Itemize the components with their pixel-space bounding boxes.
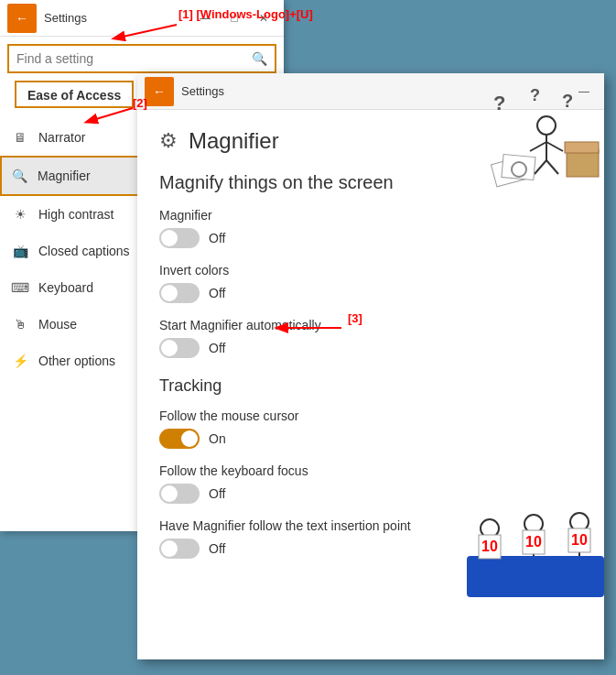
narrator-label: Narrator [38, 130, 85, 145]
front-titlebar-controls: — [571, 79, 597, 104]
mouse-cursor-setting: Follow the mouse cursor On [159, 408, 582, 449]
search-icon: 🔍 [252, 51, 267, 66]
text-insertion-setting: Have Magnifier follow the text insertion… [159, 518, 582, 559]
closed-captions-label: Closed captions [38, 244, 130, 258]
magnifier-label: Magnifier [38, 169, 91, 183]
keyboard-focus-toggle-text: Off [209, 486, 225, 501]
content-area: ⚙ Magnifier Magnify things on the screen… [137, 110, 604, 659]
magnifier-setting: Magnifier Off [159, 208, 582, 248]
magnifier-toggle-row: Off [159, 228, 582, 248]
start-auto-setting: Start Magnifier automatically Off [159, 318, 582, 358]
front-minimize-button[interactable]: — [571, 79, 597, 104]
back-titlebar: ← Settings — □ ✕ [0, 0, 284, 37]
maximize-button[interactable]: □ [222, 5, 247, 31]
front-back-button[interactable]: ← [145, 77, 174, 106]
magnifier-setting-label: Magnifier [159, 208, 582, 223]
keyboard-label: Keyboard [38, 280, 93, 295]
text-insertion-toggle-row: Off [159, 539, 582, 559]
tracking-section-title: Tracking [159, 376, 582, 396]
text-insertion-toggle-text: Off [209, 541, 225, 556]
start-auto-label: Start Magnifier automatically [159, 318, 582, 332]
mouse-cursor-toggle[interactable] [159, 429, 200, 449]
keyboard-focus-toggle[interactable] [159, 484, 200, 504]
back-button[interactable]: ← [7, 4, 37, 33]
text-insertion-toggle[interactable] [159, 539, 200, 559]
mouse-label: Mouse [38, 317, 77, 332]
start-auto-toggle[interactable] [159, 338, 200, 358]
high-contrast-label: High contrast [38, 207, 113, 222]
invert-colors-toggle-row: Off [159, 283, 582, 303]
magnifier-icon: 🔍 [10, 167, 28, 185]
page-title: Magnifier [189, 128, 279, 154]
keyboard-focus-label: Follow the keyboard focus [159, 463, 582, 478]
magnifier-toggle-text: Off [209, 231, 225, 245]
mouse-cursor-toggle-row: On [159, 429, 582, 449]
front-window-title: Settings [181, 84, 571, 98]
start-auto-toggle-row: Off [159, 338, 582, 358]
minimize-button[interactable]: — [192, 5, 218, 31]
front-window: ← Settings — ⚙ Magnifier Magnify things … [137, 73, 604, 659]
closed-captions-icon: 📺 [11, 242, 29, 260]
invert-colors-setting: Invert colors Off [159, 263, 582, 303]
titlebar-controls: — □ ✕ [192, 5, 276, 31]
invert-colors-label: Invert colors [159, 263, 582, 278]
keyboard-focus-setting: Follow the keyboard focus Off [159, 463, 582, 504]
high-contrast-icon: ☀ [11, 205, 29, 223]
other-options-label: Other options [38, 354, 115, 368]
keyboard-focus-toggle-row: Off [159, 484, 582, 504]
mouse-cursor-label: Follow the mouse cursor [159, 408, 582, 423]
narrator-icon: 🖥 [11, 128, 29, 147]
keyboard-icon: ⌨ [11, 278, 29, 297]
magnifier-toggle[interactable] [159, 228, 200, 248]
other-options-icon: ⚡ [11, 352, 29, 370]
front-titlebar: ← Settings — [137, 73, 604, 110]
search-bar[interactable]: 🔍 [7, 44, 276, 73]
invert-colors-toggle[interactable] [159, 283, 200, 303]
magnifier-page-icon: ⚙ [159, 129, 178, 153]
start-auto-toggle-text: Off [209, 341, 225, 355]
ease-of-access-label: Ease of Access [15, 81, 134, 108]
text-insertion-label: Have Magnifier follow the text insertion… [159, 518, 582, 533]
main-section-title: Magnify things on the screen [159, 172, 582, 193]
mouse-icon: 🖱 [11, 315, 29, 333]
page-header: ⚙ Magnifier [159, 128, 582, 154]
mouse-cursor-toggle-text: On [209, 431, 226, 446]
close-button[interactable]: ✕ [251, 5, 276, 31]
search-input[interactable] [16, 51, 252, 66]
back-window-title: Settings [44, 11, 192, 25]
invert-colors-toggle-text: Off [209, 286, 225, 300]
